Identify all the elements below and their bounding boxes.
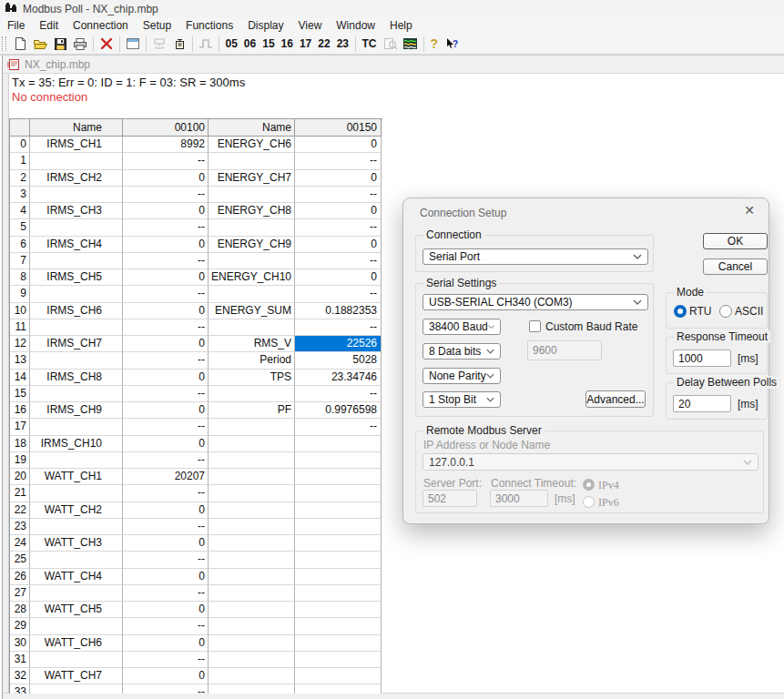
baud-rate-select[interactable]: 38400 Baud <box>423 319 501 335</box>
grid-cell[interactable] <box>209 319 295 336</box>
grid-cell[interactable]: 0 <box>123 635 209 652</box>
connection-type-select[interactable]: Serial Port <box>423 248 648 265</box>
grid-cell[interactable]: -- <box>123 419 209 435</box>
save-icon[interactable] <box>50 35 70 53</box>
grid-cell[interactable]: 0 <box>123 170 209 187</box>
grid-cell[interactable]: 0 <box>123 402 209 419</box>
pulse-icon[interactable] <box>196 35 216 53</box>
grid-cell[interactable] <box>295 452 382 469</box>
grid-cell[interactable]: -- <box>123 219 209 236</box>
grid-cell[interactable]: IRMS_CH2 <box>30 170 123 187</box>
grid-cell[interactable]: 0 <box>123 502 209 519</box>
grid-cell[interactable]: IRMS_CH10 <box>30 436 123 452</box>
grid-cell[interactable] <box>209 652 295 668</box>
grid-cell[interactable]: -- <box>295 187 382 203</box>
grid-cell[interactable]: -- <box>123 286 209 302</box>
data-bits-select[interactable]: 8 Data bits <box>423 343 501 360</box>
rtu-radio[interactable] <box>674 305 687 318</box>
grid-cell[interactable]: -- <box>123 585 209 602</box>
grid-cell[interactable] <box>295 519 382 535</box>
grid-cell[interactable]: IRMS_CH9 <box>30 402 123 419</box>
menu-file[interactable]: File <box>7 19 25 32</box>
stop-bits-select[interactable]: 1 Stop Bit <box>423 391 501 408</box>
grid-cell[interactable] <box>209 602 295 618</box>
grid-cell[interactable] <box>295 469 382 485</box>
grid-cell[interactable]: 0 <box>295 203 382 219</box>
menu-edit[interactable]: Edit <box>39 19 58 32</box>
menu-connection[interactable]: Connection <box>73 19 128 32</box>
function-code-button-05[interactable]: 05 <box>222 37 240 50</box>
grid-cell[interactable] <box>30 286 123 302</box>
menu-view[interactable]: View <box>299 19 322 32</box>
grid-cell[interactable] <box>209 485 295 501</box>
grid-cell[interactable]: -- <box>295 319 382 336</box>
grid-cell[interactable] <box>30 419 123 435</box>
menu-display[interactable]: Display <box>248 19 283 32</box>
grid-cell[interactable] <box>30 253 123 269</box>
grid-cell[interactable]: -- <box>295 286 382 302</box>
grid-cell[interactable]: 20207 <box>123 469 209 485</box>
serial-port-select[interactable]: USB-SERIAL CH340 (COM3) <box>423 294 648 310</box>
grid-cell[interactable]: 0 <box>123 303 209 319</box>
test-center-button[interactable]: TC <box>359 37 381 50</box>
grid-cell[interactable]: -- <box>123 684 209 694</box>
grid-cell[interactable]: ENERGY_SUM <box>209 303 295 319</box>
open-file-icon[interactable] <box>30 35 50 53</box>
ok-button[interactable]: OK <box>703 233 768 249</box>
horizontal-scrollbar[interactable] <box>3 693 784 699</box>
grid-cell[interactable] <box>30 187 123 203</box>
grid-cell[interactable] <box>295 569 382 585</box>
grid-cell[interactable]: WATT_CH2 <box>30 502 123 519</box>
context-help-icon[interactable]: ? <box>442 35 462 53</box>
grid-cell[interactable]: IRMS_CH6 <box>30 303 123 319</box>
grid-cell[interactable] <box>209 452 295 469</box>
grid-cell[interactable]: IRMS_CH7 <box>30 336 123 352</box>
function-code-button-16[interactable]: 16 <box>278 37 296 50</box>
grid-cell[interactable]: 8992 <box>123 137 209 153</box>
grid-cell[interactable]: 0 <box>123 237 209 253</box>
grid-cell[interactable] <box>209 436 295 452</box>
grid-cell[interactable]: 0.9976598 <box>295 402 382 419</box>
grid-cell[interactable]: IRMS_CH8 <box>30 370 123 386</box>
grid-cell[interactable]: IRMS_CH5 <box>30 269 123 286</box>
grid-cell[interactable]: RMS_V <box>209 336 295 352</box>
grid-cell[interactable] <box>295 552 382 568</box>
grid-cell[interactable]: 0 <box>123 668 209 684</box>
function-code-button-06[interactable]: 06 <box>240 37 259 50</box>
grid-cell[interactable]: 0 <box>123 336 209 352</box>
grid-cell[interactable]: -- <box>123 386 209 402</box>
grid-cell[interactable]: -- <box>295 419 382 435</box>
grid-cell[interactable] <box>295 485 382 501</box>
grid-header-cell[interactable]: Name <box>30 119 123 137</box>
communication-link-icon[interactable] <box>149 35 169 53</box>
grid-cell[interactable]: 0 <box>123 203 209 219</box>
grid-cell[interactable] <box>30 485 123 501</box>
grid-cell[interactable]: 0 <box>123 436 209 452</box>
document-titlebar[interactable]: NX_chip.mbp <box>3 56 784 74</box>
disconnect-icon[interactable] <box>97 35 117 53</box>
grid-cell[interactable]: -- <box>295 386 382 402</box>
grid-cell[interactable] <box>209 684 295 694</box>
grid-cell[interactable] <box>295 618 382 634</box>
grid-cell[interactable] <box>209 253 295 269</box>
grid-cell[interactable]: 0 <box>123 569 209 585</box>
poll-monitor-icon[interactable] <box>401 35 421 53</box>
grid-cell[interactable] <box>209 535 295 552</box>
grid-cell[interactable] <box>209 668 295 684</box>
response-timeout-input[interactable]: 1000 <box>673 350 731 367</box>
device-monitor-icon[interactable] <box>169 35 189 53</box>
grid-cell[interactable] <box>30 519 123 535</box>
grid-cell[interactable] <box>30 352 123 369</box>
grid-cell[interactable] <box>30 585 123 602</box>
close-icon[interactable]: ✕ <box>744 204 755 217</box>
grid-cell[interactable] <box>209 219 295 236</box>
grid-cell[interactable]: TPS <box>209 370 295 386</box>
grid-cell[interactable]: -- <box>123 253 209 269</box>
grid-cell[interactable]: IRMS_CH3 <box>30 203 123 219</box>
grid-cell[interactable]: ENERGY_CH6 <box>209 137 295 153</box>
grid-cell[interactable]: IRMS_CH4 <box>30 237 123 253</box>
grid-cell[interactable] <box>30 652 123 668</box>
grid-cell[interactable] <box>30 153 123 169</box>
grid-header-cell[interactable]: 00150 <box>295 119 382 137</box>
grid-cell[interactable] <box>30 684 123 694</box>
